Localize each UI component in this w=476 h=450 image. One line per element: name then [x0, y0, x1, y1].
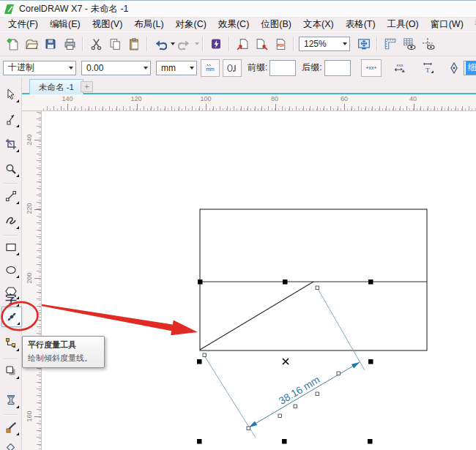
show-rulers-button[interactable] [381, 35, 400, 53]
shape-tool[interactable] [1, 110, 21, 129]
dimension-text-orientation-button[interactable]: T [418, 60, 437, 76]
menu-tools[interactable]: 工具(O) [384, 18, 423, 31]
menu-help[interactable]: 帮助(H) [472, 18, 476, 31]
crop-tool[interactable] [1, 135, 21, 154]
text-tool[interactable]: 字 [1, 289, 21, 308]
show-units-button[interactable]: mm [201, 59, 220, 77]
menu-edit[interactable]: 编辑(E) [46, 18, 84, 31]
leading-zero-icon [226, 62, 238, 74]
cut-button[interactable] [86, 35, 105, 53]
toolbox-separator [4, 414, 18, 416]
dimension-precision-combobox[interactable]: 0.00 [81, 61, 151, 75]
save-button[interactable] [41, 35, 60, 53]
paste-clipboard-icon [128, 38, 141, 50]
toolbar-separator [293, 37, 294, 51]
document-tab-active[interactable]: 未命名 -1 [29, 79, 83, 94]
menu-window[interactable]: 窗口(W) [427, 18, 467, 31]
svg-text:mm: mm [206, 67, 215, 72]
undo-button[interactable] [151, 35, 170, 53]
hruler-label: 100 [200, 95, 211, 102]
print-button[interactable] [60, 35, 79, 53]
import-button[interactable] [233, 35, 252, 53]
pick-tool[interactable] [1, 85, 21, 104]
toolbar-separator [82, 37, 83, 51]
export-button[interactable] [252, 35, 271, 53]
menu-text[interactable]: 文本(X) [300, 18, 338, 31]
menu-table[interactable]: 表格(T) [342, 18, 379, 31]
search-content-button[interactable] [207, 35, 226, 53]
transparency-tool[interactable] [1, 391, 21, 410]
vruler-label: 200 [26, 272, 33, 283]
zoom-dropdown-arrow-icon [343, 42, 347, 45]
hruler-label: 80 [271, 95, 278, 102]
menu-bar: 文件(F) 编辑(E) 视图(V) 布局(L) 对象(C) 效果(C) 位图(B… [0, 18, 476, 31]
rectangle-tool[interactable] [1, 238, 21, 257]
snap-to-icon [422, 37, 435, 50]
drop-shadow-tool[interactable] [1, 361, 21, 380]
prefix-input[interactable] [269, 60, 296, 76]
zoom-level-combobox[interactable]: 125% [299, 37, 350, 51]
open-folder-icon [26, 38, 38, 50]
menu-layout[interactable]: 布局(L) [130, 18, 167, 31]
artistic-media-tool[interactable] [1, 211, 21, 230]
menu-file[interactable]: 文件(F) [4, 18, 42, 31]
dimension-text-position-button[interactable]: xxx [390, 60, 409, 76]
new-document-icon [7, 38, 19, 50]
new-document-button[interactable] [3, 35, 22, 53]
show-grid-button[interactable] [400, 35, 419, 53]
dimension-value-label: 38.16 mm [277, 373, 322, 406]
color-eyedropper-tool[interactable] [1, 418, 21, 437]
vruler-label: 160 [26, 410, 33, 421]
search-content-icon [210, 38, 222, 50]
dimension-extension-line-left [204, 356, 256, 438]
dimension-units-combobox[interactable]: mm [156, 61, 197, 75]
redo-icon [178, 38, 191, 50]
connector-tool[interactable] [1, 334, 21, 353]
svg-text:xxx: xxx [396, 61, 404, 67]
grid-icon [403, 37, 416, 50]
full-screen-preview-button[interactable] [354, 35, 373, 53]
document-tab-label: 未命名 -1 [39, 82, 74, 93]
dimension-arrowhead-right [352, 362, 360, 368]
ellipse-tool[interactable] [1, 260, 21, 280]
suffix-input[interactable] [324, 60, 351, 76]
menu-object[interactable]: 对象(C) [172, 18, 210, 31]
dynamic-dimensioning-button[interactable]: +xx+ [361, 59, 382, 77]
menu-effects[interactable]: 效果(C) [215, 18, 253, 31]
open-button[interactable] [22, 35, 41, 53]
dimension-precision-value: 0.00 [86, 63, 103, 73]
horizontal-ruler[interactable]: 140 120 100 80 60 40 [22, 94, 476, 111]
zoom-level-value: 125% [304, 39, 327, 49]
copy-button[interactable] [105, 35, 124, 53]
suffix-label: 后缀: [302, 61, 321, 74]
coreldraw-logo-icon [4, 4, 15, 15]
paste-button[interactable] [124, 35, 144, 53]
outline-pen-icon [449, 62, 459, 74]
text-position-icon: xxx [393, 61, 406, 75]
menu-view[interactable]: 视图(V) [89, 18, 127, 31]
parallel-dimension-tool[interactable] [1, 307, 22, 327]
show-leading-zero-button[interactable] [223, 59, 242, 77]
snap-to-button[interactable] [419, 35, 438, 53]
menu-bitmaps[interactable]: 位图(B) [257, 18, 295, 31]
zoom-tool[interactable] [1, 160, 21, 179]
tooltip-title: 平行度量工具 [28, 340, 99, 350]
svg-text:T: T [425, 66, 430, 73]
toolbox-separator [4, 359, 18, 360]
redo-button[interactable] [175, 35, 194, 53]
drawing-canvas[interactable]: 38.16 mm [42, 111, 476, 450]
vertical-ruler[interactable]: 240 220 200 180 160 [22, 111, 42, 450]
canvas-artwork: 38.16 mm [42, 111, 476, 450]
new-tab-button[interactable]: + [81, 81, 93, 92]
interactive-fill-tool[interactable] [1, 440, 21, 450]
outline-width-combobox[interactable]: 细线 [464, 61, 476, 75]
toolbar-separator [228, 37, 230, 51]
vruler-label: 240 [26, 134, 33, 145]
drop-shadow-tool-icon [5, 365, 17, 377]
dimension-style-combobox[interactable]: 十进制 [3, 61, 76, 75]
window-title: CorelDRAW X7 - 未命名 -1 [19, 3, 129, 15]
freehand-tool-icon [5, 190, 17, 202]
publish-pdf-button[interactable]: PDF [271, 35, 290, 53]
redo-dropdown[interactable] [195, 42, 199, 45]
freehand-tool[interactable] [1, 187, 21, 206]
